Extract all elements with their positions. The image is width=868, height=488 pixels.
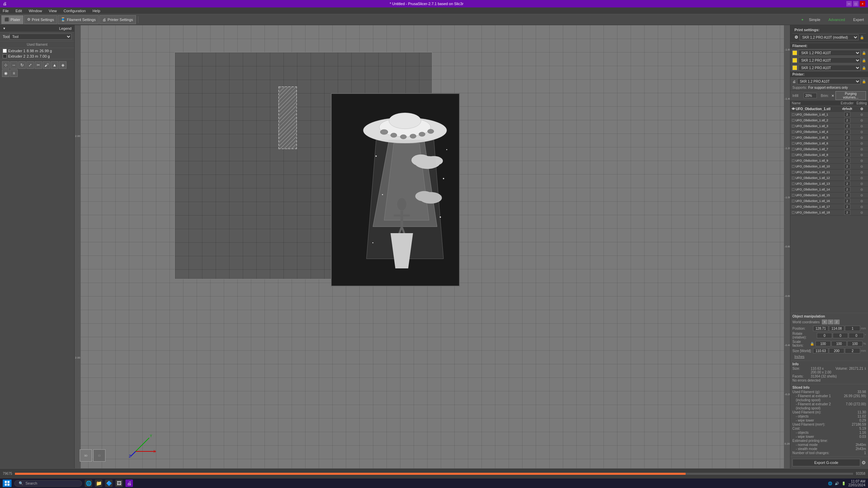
tool-fdm[interactable]: ◉ xyxy=(2,69,9,77)
mode-advanced[interactable]: Advanced xyxy=(826,17,848,22)
part-checkbox[interactable]: ☐ xyxy=(792,205,795,209)
cube-perspective[interactable]: 3D xyxy=(80,449,92,462)
export-settings-icon[interactable]: ⚙ xyxy=(862,460,866,465)
plater-button[interactable]: ⬛ Plater xyxy=(1,15,23,24)
tool-scale[interactable]: ⤢ xyxy=(26,61,34,69)
object-part-row[interactable]: ☐ UFO_Obduction_1.stl_1 2 ⚙ xyxy=(790,112,868,118)
viewport[interactable]: 2.00 2.00 xyxy=(75,25,790,468)
part-edit[interactable]: ⚙ xyxy=(856,205,867,209)
export-gcode-button[interactable]: Export G-code xyxy=(792,459,860,466)
part-edit[interactable]: ⚙ xyxy=(856,113,867,117)
pos-z-input[interactable] xyxy=(845,326,860,331)
object-part-row[interactable]: ☐ UFO_Obduction_1.stl_7 2 ⚙ xyxy=(790,146,868,152)
menu-view[interactable]: View xyxy=(47,8,58,14)
part-checkbox[interactable]: ☐ xyxy=(792,170,795,174)
infill-value[interactable]: 20% xyxy=(804,93,817,98)
part-edit[interactable]: ⚙ xyxy=(856,124,867,128)
object-part-row[interactable]: ☐ UFO_Obduction_1.stl_18 2 ⚙ xyxy=(790,210,868,216)
print-settings-button[interactable]: ⚙ Print Settings xyxy=(24,15,57,24)
filament-2-dropdown[interactable]: SKR 1.2 PRO A10T xyxy=(798,57,861,63)
menu-help[interactable]: Help xyxy=(91,8,102,14)
part-ext-num[interactable]: 2 xyxy=(844,124,850,128)
tool-move[interactable]: ↔ xyxy=(10,61,18,69)
part-ext-num[interactable]: 2 xyxy=(844,147,850,151)
parent-edit[interactable]: ⚙ xyxy=(856,107,867,111)
part-ext-num[interactable]: 2 xyxy=(844,176,850,180)
part-ext-num[interactable]: 2 xyxy=(844,158,850,163)
object-part-row[interactable]: ☐ UFO_Obduction_1.stl_15 2 ⚙ xyxy=(790,192,868,198)
object-part-row[interactable]: ☐ UFO_Obduction_1.stl_9 2 ⚙ xyxy=(790,158,868,164)
tool-rotate[interactable]: ↻ xyxy=(18,61,26,69)
part-edit[interactable]: ⚙ xyxy=(856,211,867,215)
part-checkbox[interactable]: ☐ xyxy=(792,136,795,140)
taskbar-files[interactable]: 📁 xyxy=(95,480,102,487)
part-edit[interactable]: ⚙ xyxy=(856,136,867,140)
inches-button[interactable]: Inches xyxy=(792,354,806,359)
part-edit[interactable]: ⚙ xyxy=(856,130,867,134)
purging-volumes-button[interactable]: Purging volumes... xyxy=(835,91,866,100)
part-checkbox[interactable]: ☐ xyxy=(792,147,795,151)
part-checkbox[interactable]: ☐ xyxy=(792,113,795,117)
object-part-row[interactable]: ☐ UFO_Obduction_1.stl_2 2 ⚙ xyxy=(790,118,868,123)
size-y-input[interactable] xyxy=(829,348,844,353)
object-part-row[interactable]: ☐ UFO_Obduction_1.stl_6 2 ⚙ xyxy=(790,141,868,146)
size-z-input[interactable] xyxy=(845,348,860,353)
pos-y-input[interactable] xyxy=(829,326,844,331)
part-ext-num[interactable]: 2 xyxy=(844,152,850,157)
object-part-row[interactable]: ☐ UFO_Obduction_1.stl_5 2 ⚙ xyxy=(790,135,868,141)
collapse-icon[interactable]: ▼ xyxy=(3,27,6,30)
taskbar-edge[interactable]: 🔷 xyxy=(105,480,113,487)
object-part-row[interactable]: ☐ UFO_Obduction_1.stl_8 2 ⚙ xyxy=(790,152,868,158)
object-part-row[interactable]: ☐ UFO_Obduction_1.stl_4 2 ⚙ xyxy=(790,129,868,135)
part-ext-num[interactable]: 2 xyxy=(844,118,850,123)
part-checkbox[interactable]: ☐ xyxy=(792,182,795,186)
part-edit[interactable]: ⚙ xyxy=(856,176,867,180)
tool-dropdown[interactable]: Tool xyxy=(9,34,72,40)
part-ext-num[interactable]: 2 xyxy=(844,170,850,175)
filament-1-dropdown[interactable]: SKR 1.2 PRO A10T xyxy=(798,50,861,56)
part-checkbox[interactable]: ☐ xyxy=(792,119,795,122)
tool-arrange[interactable]: ≡ xyxy=(10,69,18,77)
taskbar-search-box[interactable]: 🔍 Search xyxy=(14,480,82,487)
part-ext-num[interactable]: 2 xyxy=(844,141,850,146)
menu-edit[interactable]: Edit xyxy=(14,8,23,14)
part-ext-num[interactable]: 2 xyxy=(844,164,850,169)
printer-dropdown[interactable]: SKR 1.2 PRO A10T xyxy=(797,78,861,84)
rot-y-input[interactable] xyxy=(833,333,848,338)
menu-window[interactable]: Window xyxy=(27,8,43,14)
view-cube[interactable]: 3D □ xyxy=(80,449,105,462)
coord-z-label[interactable]: Z xyxy=(834,320,840,324)
taskbar-prusaslicer[interactable]: 🖨 xyxy=(125,480,133,487)
part-checkbox[interactable]: ☐ xyxy=(792,165,795,168)
printer-settings-button[interactable]: 🖨 Printer Settings xyxy=(99,15,136,24)
rot-z-input[interactable] xyxy=(849,333,864,338)
part-checkbox[interactable]: ☐ xyxy=(792,130,795,134)
close-button[interactable]: × xyxy=(860,1,865,6)
part-ext-num[interactable]: 2 xyxy=(844,204,850,209)
part-ext-num[interactable]: 2 xyxy=(844,129,850,134)
part-edit[interactable]: ⚙ xyxy=(856,119,867,122)
tool-select[interactable]: ⊹ xyxy=(2,61,9,69)
object-part-row[interactable]: ☐ UFO_Obduction_1.stl_11 2 ⚙ xyxy=(790,169,868,175)
filament-settings-button[interactable]: 🧵 Filament Settings xyxy=(58,15,99,24)
object-part-row[interactable]: ☐ UFO_Obduction_1.stl_3 2 ⚙ xyxy=(790,123,868,129)
part-ext-num[interactable]: 2 xyxy=(844,187,850,192)
mode-simple[interactable]: Simple xyxy=(806,17,823,22)
taskbar-chrome[interactable]: 🌐 xyxy=(85,480,92,487)
part-edit[interactable]: ⚙ xyxy=(856,194,867,197)
scale-x-input[interactable] xyxy=(815,341,831,346)
menu-file[interactable]: File xyxy=(1,8,10,14)
pos-x-input[interactable] xyxy=(813,326,828,331)
part-edit[interactable]: ⚙ xyxy=(856,165,867,168)
menu-configuration[interactable]: Configuration xyxy=(62,8,87,14)
part-ext-num[interactable]: 2 xyxy=(844,181,850,186)
part-edit[interactable]: ⚙ xyxy=(856,142,867,145)
part-checkbox[interactable]: ☐ xyxy=(792,159,795,163)
parent-ext-num[interactable]: default xyxy=(844,106,850,111)
visibility-icon[interactable]: 👁 xyxy=(792,107,795,111)
size-x-input[interactable] xyxy=(813,348,828,353)
part-ext-num[interactable]: 2 xyxy=(844,199,850,203)
print-preset-dropdown[interactable]: SKR 1.2 PRO A10T (modified) xyxy=(800,34,859,40)
object-part-row[interactable]: ☐ UFO_Obduction_1.stl_10 2 ⚙ xyxy=(790,164,868,169)
part-ext-num[interactable]: 2 xyxy=(844,112,850,117)
